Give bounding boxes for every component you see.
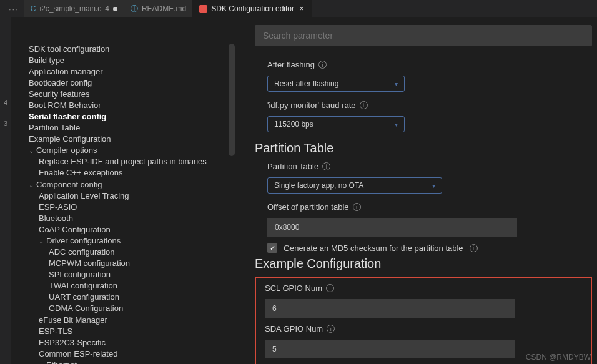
info-icon[interactable]: i	[360, 101, 368, 109]
tree-adc[interactable]: ADC configuration	[49, 247, 237, 258]
activity-badge-a[interactable]: 4	[0, 99, 11, 106]
chevron-down-icon: ▾	[395, 121, 398, 128]
config-content: After flashingi Reset after flashing▾ 'i…	[237, 17, 597, 364]
close-icon[interactable]: ×	[298, 5, 305, 12]
tab-label: SDK Configuration editor	[211, 4, 294, 13]
baud-rate-label: 'idf.py monitor' baud ratei	[267, 101, 592, 110]
tree-sdk-tool[interactable]: SDK tool configuration	[29, 44, 237, 55]
tree-esp-asio[interactable]: ESP-ASIO	[39, 202, 237, 213]
chevron-down-icon: ▾	[395, 81, 398, 87]
chevron-down-icon: ▾	[432, 182, 435, 189]
tree-partition-table[interactable]: Partition Table	[29, 122, 237, 134]
chevron-down-icon: ⌄	[39, 361, 46, 364]
tree-compiler-options[interactable]: ⌄Compiler options Replace ESP-IDF and pr…	[29, 145, 237, 179]
example-config-section: Example Configuration	[255, 257, 592, 271]
offset-input[interactable]	[267, 218, 517, 237]
tree-uart[interactable]: UART configuration	[49, 292, 237, 303]
tree-mcpwm[interactable]: MCPWM configuration	[49, 258, 237, 269]
tree-serial-flasher[interactable]: Serial flasher config	[29, 111, 237, 122]
tree-component-config[interactable]: ⌄Component config Application Level Trac…	[29, 179, 237, 364]
tab-i2c-main[interactable]: C i2c_simple_main.c 4	[24, 0, 124, 17]
tree-bluetooth[interactable]: Bluetooth	[39, 213, 237, 224]
md5-label: Generate an MD5 checksum for the partiti…	[284, 243, 463, 253]
tree-boot-rom[interactable]: Boot ROM Behavior	[29, 100, 237, 111]
scl-gpio-input[interactable]	[265, 299, 515, 318]
tree-esp-tls[interactable]: ESP-TLS	[39, 326, 237, 337]
after-flashing-label: After flashingi	[267, 60, 592, 69]
tab-sdk-config[interactable]: SDK Configuration editor ×	[193, 0, 312, 17]
unsaved-dot-icon	[113, 7, 117, 11]
watermark: CSDN @RMDYBW	[526, 353, 591, 362]
tree-replace-paths[interactable]: Replace ESP-IDF and project paths in bin…	[39, 156, 237, 167]
md5-checkbox[interactable]: ✓	[267, 243, 277, 253]
activity-badge-b[interactable]: 3	[0, 120, 11, 127]
example-highlight: SCL GPIO Numi SDA GPIO Numi	[255, 277, 592, 364]
tree-app-tracing[interactable]: Application Level Tracing	[39, 190, 237, 202]
tab-mod-count: 4	[105, 4, 109, 13]
info-icon[interactable]: i	[327, 325, 335, 333]
tree-spi[interactable]: SPI configuration	[49, 269, 237, 280]
chevron-down-icon: ⌄	[29, 146, 36, 156]
c-file-icon: C	[31, 4, 36, 13]
partition-table-select[interactable]: Single factory app, no OTA▾	[267, 177, 442, 194]
info-icon[interactable]: i	[318, 61, 327, 69]
tab-readme[interactable]: ⓘ README.md	[124, 0, 193, 17]
info-file-icon: ⓘ	[131, 4, 138, 14]
tab-label: i2c_simple_main.c	[40, 4, 102, 13]
tree-gdma[interactable]: GDMA Configuration	[49, 303, 237, 314]
sda-gpio-input[interactable]	[265, 340, 515, 358]
tree-driver-configs[interactable]: ⌄Driver configurations ADC configuration…	[39, 235, 237, 315]
tree-security[interactable]: Security features	[29, 89, 237, 100]
tree-efuse[interactable]: eFuse Bit Manager	[39, 315, 237, 326]
partition-table-label: Partition Tablei	[267, 162, 592, 171]
tree-ethernet[interactable]: ⌄Ethernet Support SPI to Ethernet Module…	[39, 360, 237, 364]
chevron-down-icon: ⌄	[29, 180, 36, 190]
sdk-icon	[199, 5, 207, 13]
tree-coap[interactable]: CoAP Configuration	[39, 224, 237, 235]
info-icon[interactable]: i	[353, 203, 361, 211]
tree-common-esp[interactable]: Common ESP-related	[39, 348, 237, 360]
sda-gpio-label: SDA GPIO Numi	[265, 324, 582, 333]
tree-twai[interactable]: TWAI configuration	[49, 280, 237, 292]
reset-after-flashing-select[interactable]: Reset after flashing▾	[267, 76, 405, 92]
editor-tabs: ··· C i2c_simple_main.c 4 ⓘ README.md SD…	[0, 0, 597, 17]
config-tree: SDK tool configuration Build type Applic…	[11, 17, 237, 364]
tree-bootloader[interactable]: Bootloader config	[29, 77, 237, 89]
tree-esp32c3[interactable]: ESP32C3-Specific	[39, 337, 237, 348]
chevron-down-icon: ⌄	[39, 237, 46, 247]
tree-build-type[interactable]: Build type	[29, 55, 237, 66]
tab-label: README.md	[142, 4, 186, 13]
info-icon[interactable]: i	[326, 284, 334, 292]
activity-bar: 4 3	[0, 17, 11, 364]
info-icon[interactable]: i	[322, 162, 330, 170]
tree-app-manager[interactable]: Application manager	[29, 66, 237, 77]
partition-table-section: Partition Table	[255, 141, 592, 155]
baud-rate-select[interactable]: 115200 bps▾	[267, 116, 405, 132]
scl-gpio-label: SCL GPIO Numi	[265, 283, 582, 293]
more-tabs[interactable]: ···	[4, 4, 24, 14]
info-icon[interactable]: i	[470, 244, 478, 252]
tree-example-config[interactable]: Example Configuration	[29, 134, 237, 145]
search-input[interactable]	[255, 25, 592, 46]
offset-label: Offset of partition tablei	[267, 202, 592, 212]
tree-cpp-exceptions[interactable]: Enable C++ exceptions	[39, 167, 237, 179]
